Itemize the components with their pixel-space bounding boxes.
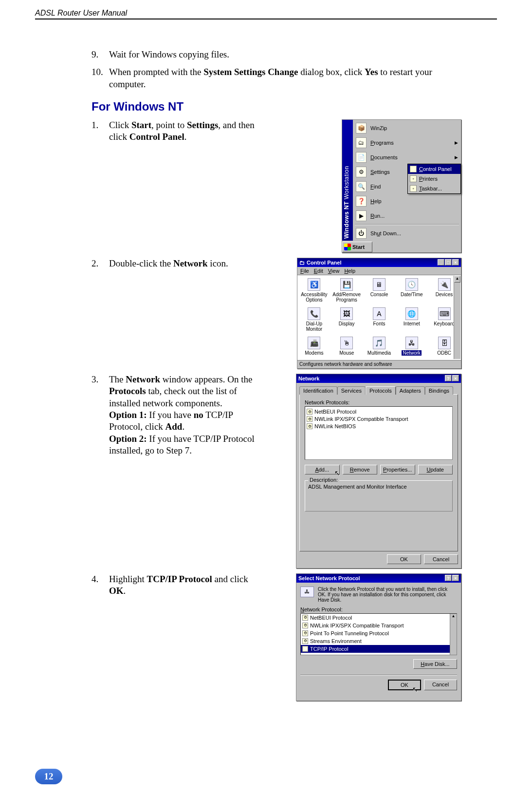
tab-services[interactable]: Services [337, 386, 366, 395]
control-panel-item[interactable]: 🖥Console [364, 277, 395, 305]
app-icon: A [373, 307, 385, 320]
help-button[interactable]: ? [445, 375, 452, 381]
app-icon: 🔌 [438, 278, 451, 291]
start-menu-item[interactable]: 📦WinZip [353, 121, 461, 135]
step-number: 2. [92, 258, 109, 269]
control-panel-item[interactable]: ♿Accessibility Options [298, 277, 330, 305]
control-panel-item[interactable]: 🖱Mouse [331, 336, 363, 360]
start-menu-item[interactable]: ▶Run... [353, 208, 461, 223]
ok-button[interactable]: OK [387, 554, 421, 564]
protocol-icon: ⚙ [307, 409, 312, 415]
ok-button[interactable]: OK [388, 680, 421, 690]
description-label: Description: [308, 477, 339, 483]
start-button[interactable]: Start [342, 242, 372, 252]
screenshot-start-menu: Windows NT Workstation 📦WinZip🗂Programs▶… [342, 119, 461, 253]
submenu-item[interactable]: ▫Printers [408, 174, 460, 184]
scrollbar[interactable]: ▲ [454, 276, 460, 359]
submenu-icon: ▫ [410, 166, 417, 172]
status-bar: Configures network hardware and software [297, 360, 461, 368]
control-panel-titlebar: 🗀 Control Panel _ □ × [297, 258, 461, 267]
menu-item[interactable]: File [300, 268, 309, 274]
tab-identification[interactable]: Identification [299, 386, 337, 395]
protocol-item[interactable]: ⚙NetBEUI Protocol [307, 408, 451, 416]
cancel-button[interactable]: Cancel [424, 680, 457, 690]
start-menu-item[interactable]: 📄Documents▶ [353, 150, 461, 165]
step-number: 10. [92, 66, 109, 78]
step-text: When prompted with the System Settings C… [109, 66, 461, 90]
app-icon: 🌐 [405, 307, 418, 320]
menu-item[interactable]: View [328, 268, 340, 274]
protocol-option[interactable]: ⚙Point To Point Tunneling Protocol [301, 629, 457, 637]
control-panel-item[interactable]: 🕓Date/Time [396, 277, 427, 305]
tab-bindings[interactable]: Bindings [425, 386, 453, 395]
control-panel-item[interactable]: 💾Add/Remove Programs [331, 277, 363, 305]
app-icon: ♿ [308, 278, 320, 291]
help-button[interactable]: ? [445, 575, 452, 581]
properties-button[interactable]: Properties... [380, 465, 415, 474]
protocol-item[interactable]: ⚙NWLink NetBIOS [307, 423, 451, 430]
tab-protocols[interactable]: Protocols [366, 386, 396, 395]
control-panel-item[interactable]: 🖧Network [396, 336, 427, 360]
close-button[interactable]: × [452, 575, 459, 581]
control-panel-item[interactable]: 🎵Multimedia [364, 336, 395, 360]
control-panel-item[interactable]: 🌐Internet [396, 306, 427, 335]
app-icon: 🕓 [405, 278, 418, 291]
start-menu-item[interactable]: ⏻Shut Down... [353, 226, 461, 241]
protocol-option[interactable]: ⚙NetBEUI Protocol [301, 614, 457, 622]
maximize-button[interactable]: □ [445, 259, 452, 265]
submenu-item[interactable]: ▫Taskbar... [408, 184, 460, 193]
section-title: For Windows NT [92, 100, 461, 114]
step-text: Double-click the Network icon. [109, 258, 266, 269]
network-adapter-icon: 🖧 [300, 587, 314, 597]
app-icon: 🎵 [373, 337, 385, 349]
menu-item-icon: 🗂 [356, 137, 367, 148]
protocol-icon: ⚙ [302, 615, 308, 621]
cancel-button[interactable]: Cancel [424, 554, 458, 564]
menu-item-icon: 📦 [356, 123, 367, 133]
control-panel-item[interactable]: AFonts [364, 306, 395, 335]
page-header: ADSL Router User Manual [35, 0, 497, 19]
app-icon: ⌨ [438, 307, 451, 320]
protocol-icon: ⚙ [302, 623, 308, 628]
start-menu-item[interactable]: ❓Help [353, 194, 461, 208]
screenshot-select-protocol: Select Network Protocol ? × 🖧 Click the … [296, 573, 461, 701]
protocol-list-label: Network Protocol: [300, 606, 457, 612]
removebutton[interactable]: Remove [343, 465, 378, 474]
menu-item-icon: 🔍 [356, 181, 367, 192]
close-button[interactable]: × [452, 259, 459, 265]
protocol-option[interactable]: ⚙NWLink IPX/SPX Compatible Transport [301, 622, 457, 629]
step-text: Click Start, point to Settings, and then… [109, 119, 266, 143]
updatebutton[interactable]: Update [418, 465, 453, 474]
app-icon: 💾 [340, 278, 353, 291]
control-panel-item[interactable]: 🖼Display [331, 306, 363, 335]
add-button[interactable]: Add... [305, 465, 340, 474]
menu-item[interactable]: Help [344, 268, 355, 274]
close-button[interactable]: × [452, 375, 459, 381]
menu-item[interactable]: Edit [314, 268, 323, 274]
scrollbar[interactable]: ▲ [450, 614, 457, 655]
have-disk-button[interactable]: Have Disk... [413, 659, 457, 669]
app-icon: 📠 [308, 337, 320, 349]
app-icon: 🖱 [340, 337, 353, 349]
submenu-item[interactable]: ▫Control Panel [408, 164, 460, 174]
control-panel-item[interactable]: 📠Modems [298, 336, 330, 360]
intro-steps-list: 9.Wait for Windows copying files.10.When… [92, 49, 461, 90]
control-panel-item[interactable]: 📞Dial-Up Monitor [298, 306, 330, 335]
submenu-icon: ▫ [410, 185, 417, 192]
submenu-icon: ▫ [410, 175, 417, 182]
protocol-item[interactable]: ⚙NWLink IPX/SPX Compatible Transport [307, 416, 451, 423]
step-number: 4. [92, 573, 109, 585]
start-menu-item[interactable]: 🗂Programs▶ [353, 135, 461, 150]
menu-item-icon: ❓ [356, 196, 367, 207]
protocol-option[interactable]: ⚙TCP/IP Protocol [301, 645, 457, 653]
protocols-listbox[interactable]: ⚙NetBEUI Protocol⚙NWLink IPX/SPX Compati… [305, 406, 453, 460]
app-icon: 🖧 [405, 337, 418, 349]
tab-adapters[interactable]: Adapters [396, 386, 425, 395]
control-panel-menubar[interactable]: FileEditViewHelp [297, 267, 461, 275]
dialog-message: Click the Network Protocol that you want… [318, 587, 457, 603]
nt-sidebar-strip: Windows NT Workstation [342, 120, 353, 241]
app-icon: 🖼 [340, 307, 353, 320]
protocol-listbox[interactable]: ⚙NetBEUI Protocol⚙NWLink IPX/SPX Compati… [300, 613, 457, 655]
minimize-button[interactable]: _ [438, 259, 444, 265]
protocol-option[interactable]: ⚙Streams Environment [301, 637, 457, 645]
